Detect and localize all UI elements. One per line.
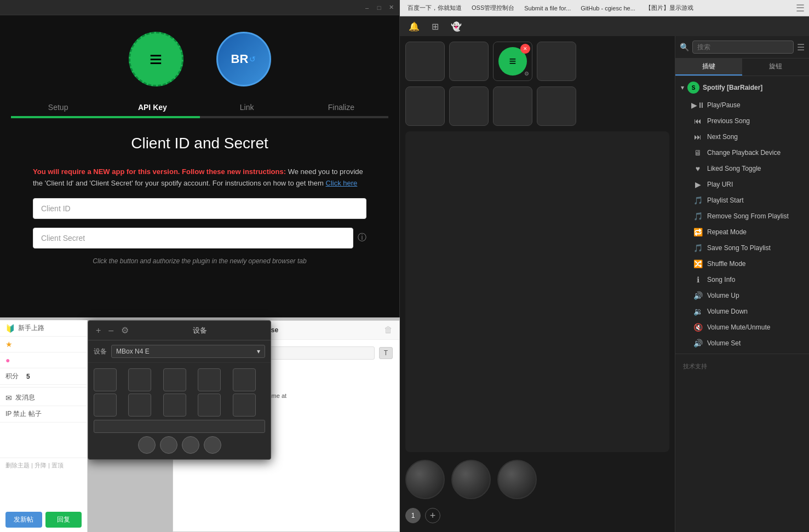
sd-knob-1[interactable] <box>405 460 445 499</box>
forum-star-item[interactable]: ★ <box>0 337 87 352</box>
volume-down-label: Volume Down <box>707 308 748 315</box>
forum-novice-item[interactable]: 🔰 新手上路 <box>0 320 87 337</box>
window-controls: – □ ✕ <box>363 4 395 11</box>
bookmark-img[interactable]: 【图片】显示游戏 <box>642 3 697 13</box>
mini-key-6[interactable] <box>94 394 117 417</box>
plugin-item-volume-up[interactable]: 🔊 Volume Up <box>678 288 807 303</box>
forum-ip-item[interactable]: IP 禁止 帖子 <box>0 406 87 423</box>
client-secret-info-icon[interactable]: ⓘ <box>358 232 366 244</box>
forum-pink-item[interactable]: ● <box>0 352 87 368</box>
mini-key-4[interactable] <box>198 368 221 391</box>
mini-knob-4[interactable] <box>204 436 221 454</box>
forum-score-item[interactable]: 积分 5 <box>0 368 87 385</box>
tab-setup[interactable]: Setup <box>11 97 105 118</box>
sd-key-2-3[interactable] <box>493 86 532 126</box>
plugin-item-change-playback[interactable]: 🖥 Change Playback Device <box>678 145 807 160</box>
sd-key-2-2[interactable] <box>449 86 489 126</box>
forum-message-item[interactable]: ✉ 发消息 <box>0 390 87 406</box>
mini-knob-1[interactable] <box>138 436 156 454</box>
mini-knob-2[interactable] <box>160 436 177 454</box>
tab-link[interactable]: Link <box>200 97 294 118</box>
plugin-item-previous-song[interactable]: ⏮ Previous Song <box>678 113 807 129</box>
plugin-item-volume-down[interactable]: 🔉 Volume Down <box>678 304 807 319</box>
sidebar-grid-icon[interactable]: ☰ <box>797 42 805 53</box>
volume-set-icon: 🔊 <box>693 338 703 348</box>
config-delete-button[interactable]: 🗑 <box>384 325 393 335</box>
close-button[interactable]: ✕ <box>387 4 395 11</box>
sd-key-1-1[interactable] <box>405 42 445 81</box>
mini-key-1[interactable] <box>94 368 117 391</box>
remove-song-label: Remove Song From Playlist <box>707 212 789 220</box>
bookmark-submit[interactable]: Submit a file for... <box>521 4 574 13</box>
title-t-button[interactable]: T <box>379 347 393 359</box>
plugin-item-song-info[interactable]: ℹ Song Info <box>678 272 807 287</box>
plugin-item-next-song[interactable]: ⏭ Next Song <box>678 129 807 144</box>
tab-api-key-label: API Key <box>105 103 199 116</box>
forum-reply-button[interactable]: 回复 <box>45 512 82 528</box>
device-select-value: MBox N4 E <box>116 348 150 355</box>
client-secret-input[interactable] <box>33 228 353 248</box>
popup-minus-button[interactable]: – <box>106 325 116 337</box>
minimize-button[interactable]: – <box>363 4 371 11</box>
mini-key-5[interactable] <box>233 368 256 391</box>
sd-sidebar-tabs: 插键 旋钮 <box>675 59 809 76</box>
plugin-item-repeat-mode[interactable]: 🔁 Repeat Mode <box>678 224 807 240</box>
sd-left-popup: + – ⚙ 设备 设备 MBox N4 E ▾ <box>88 320 271 460</box>
page-indicator-1[interactable]: 1 <box>405 508 421 523</box>
add-page-button[interactable]: + <box>425 508 440 523</box>
volume-set-label: Volume Set <box>707 339 741 347</box>
support-label: 技术支持 <box>683 363 707 369</box>
sidebar-search-input[interactable] <box>692 41 794 54</box>
mini-knob-3[interactable] <box>182 436 199 454</box>
sd-plugin-section-spotify: ▾ S Spotify [BarRaider] ▶⏸ Play/Pause <box>675 76 809 354</box>
forum-divider <box>0 387 87 388</box>
sd-key-2-4[interactable] <box>537 86 576 126</box>
sd-key-1-2[interactable] <box>449 42 489 81</box>
sd-spotify-key[interactable]: ≡ ✕ ⚙ <box>493 42 532 81</box>
plugin-item-remove-song[interactable]: 🎵 Remove Song From Playlist <box>678 209 807 224</box>
sidebar-tab-keys[interactable]: 插键 <box>675 59 742 76</box>
sidebar-tab-knobs[interactable]: 旋钮 <box>742 59 809 76</box>
spotify-plugin-logo: S <box>687 82 699 94</box>
sd-knob-2[interactable] <box>451 460 491 499</box>
mini-key-2[interactable] <box>128 368 151 391</box>
plugin-item-playlist-start[interactable]: 🎵 Playlist Start <box>678 193 807 208</box>
change-playback-icon: 🖥 <box>693 148 703 158</box>
plugin-item-volume-mute[interactable]: 🔇 Volume Mute/Unmute <box>678 320 807 335</box>
bookmark-oss[interactable]: OSS管理控制台 <box>468 3 518 13</box>
maximize-button[interactable]: □ <box>375 4 383 11</box>
mini-key-10[interactable] <box>233 394 256 417</box>
score-label: 积分 <box>5 372 19 381</box>
spotify-key-settings-icon: ⚙ <box>524 68 529 78</box>
forum-post-button[interactable]: 发新帖 <box>5 512 42 528</box>
mini-key-9[interactable] <box>198 394 221 417</box>
plugin-item-volume-set[interactable]: 🔊 Volume Set <box>678 336 807 351</box>
plugin-item-liked-song[interactable]: ♥ Liked Song Toggle <box>678 161 807 176</box>
sd-snap-icon[interactable]: 👻 <box>447 20 465 33</box>
sd-grid-icon[interactable]: ⊞ <box>428 20 442 33</box>
bookmark-more-icon[interactable]: ☰ <box>796 2 805 14</box>
mini-key-3[interactable] <box>163 368 186 391</box>
remove-song-icon: 🎵 <box>693 211 703 221</box>
popup-add-button[interactable]: + <box>94 325 103 337</box>
popup-settings-button[interactable]: ⚙ <box>119 324 131 337</box>
plugin-item-shuffle-mode[interactable]: 🔀 Shuffle Mode <box>678 256 807 271</box>
tab-finalize[interactable]: Finalize <box>294 97 388 118</box>
plugin-item-play-pause[interactable]: ▶⏸ Play/Pause <box>678 97 807 113</box>
plugin-item-play-uri[interactable]: ▶ Play URI <box>678 177 807 192</box>
device-select[interactable]: MBox N4 E ▾ <box>111 345 265 358</box>
plugin-item-save-song[interactable]: 🎵 Save Song To Playlist <box>678 240 807 256</box>
sd-bell-icon[interactable]: 🔔 <box>405 20 423 33</box>
sd-key-2-1[interactable] <box>405 86 445 126</box>
bookmark-github[interactable]: GitHub - cgiesc he... <box>577 4 639 13</box>
mini-key-7[interactable] <box>128 394 151 417</box>
client-id-input[interactable] <box>33 198 366 219</box>
instruction-link[interactable]: Click here <box>326 179 358 187</box>
sd-key-1-4[interactable] <box>537 42 576 81</box>
bookmark-baidu[interactable]: 百度一下，你就知道 <box>404 3 465 13</box>
volume-down-icon: 🔉 <box>693 307 703 316</box>
tab-api-key[interactable]: API Key <box>105 97 199 118</box>
sd-plugin-header-spotify[interactable]: ▾ S Spotify [BarRaider] <box>675 78 809 97</box>
mini-key-8[interactable] <box>163 394 186 417</box>
sd-knob-3[interactable] <box>497 460 537 499</box>
